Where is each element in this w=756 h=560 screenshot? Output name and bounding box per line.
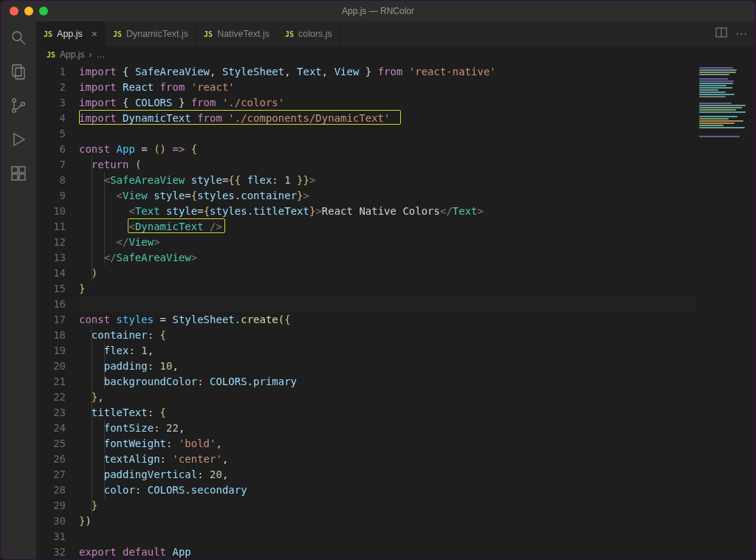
line-number: 6 <box>36 142 66 157</box>
code-line[interactable]: backgroundColor: COLORS.primary <box>79 374 696 390</box>
tab-label: App.js <box>57 29 83 39</box>
code-line[interactable]: const styles = StyleSheet.create({ <box>79 312 696 328</box>
code-line[interactable]: }, <box>79 390 696 405</box>
code-line[interactable]: <Text style={styles.titleText}>React Nat… <box>79 204 696 219</box>
line-number: 30 <box>36 514 66 529</box>
line-number: 2 <box>36 80 66 95</box>
svg-rect-8 <box>12 167 18 173</box>
line-number: 4 <box>36 111 66 126</box>
code-line[interactable]: titleText: { <box>79 405 696 421</box>
code-line[interactable]: <SafeAreaView style={{ flex: 1 }}> <box>79 173 696 188</box>
breadcrumb-chevron-icon: › <box>89 49 92 60</box>
close-tab-icon[interactable]: × <box>92 29 97 39</box>
svg-point-0 <box>13 32 21 41</box>
code-line[interactable]: textAlign: 'center', <box>79 452 696 467</box>
editor-group: JSApp.js×JSDynamicText.jsJSNativeText.js… <box>36 21 755 559</box>
code-line[interactable]: container: { <box>79 328 696 343</box>
code-line[interactable]: import { COLORS } from './colors' <box>79 95 696 111</box>
line-number: 28 <box>36 483 66 498</box>
tab-label: NativeText.js <box>217 29 269 39</box>
svg-rect-9 <box>12 174 18 180</box>
js-file-icon: JS <box>113 30 122 38</box>
code-line[interactable]: padding: 10, <box>79 359 696 374</box>
line-number: 11 <box>36 219 66 235</box>
line-number: 12 <box>36 235 66 250</box>
svg-rect-10 <box>19 174 25 180</box>
line-number: 20 <box>36 359 66 374</box>
code-line[interactable]: } <box>79 498 696 514</box>
line-number: 9 <box>36 188 66 204</box>
line-number: 27 <box>36 467 66 483</box>
tab-nativetext-js[interactable]: JSNativeText.js <box>196 21 278 46</box>
close-window-button[interactable] <box>10 7 18 15</box>
run-icon[interactable] <box>8 129 29 150</box>
svg-line-1 <box>21 40 25 44</box>
extensions-icon[interactable] <box>8 163 29 184</box>
line-number: 21 <box>36 374 66 390</box>
tab-actions: ··· <box>715 21 755 46</box>
traffic-lights <box>1 7 48 15</box>
code-line[interactable]: paddingVertical: 20, <box>79 467 696 483</box>
code-line[interactable]: import DynamicText from './components/Dy… <box>79 111 696 126</box>
minimap[interactable] <box>696 63 755 559</box>
tab-app-js[interactable]: JSApp.js× <box>36 21 106 46</box>
code-line[interactable]: fontWeight: 'bold', <box>79 436 696 452</box>
more-actions-icon[interactable]: ··· <box>736 27 748 41</box>
maximize-window-button[interactable] <box>39 7 48 15</box>
svg-marker-7 <box>14 134 24 145</box>
svg-point-4 <box>13 99 16 103</box>
source-control-icon[interactable] <box>8 95 29 116</box>
code-area[interactable]: import { SafeAreaView, StyleSheet, Text,… <box>79 63 696 559</box>
code-line[interactable] <box>79 126 696 142</box>
code-line[interactable] <box>79 297 696 312</box>
svg-rect-11 <box>19 167 25 173</box>
line-number: 18 <box>36 328 66 343</box>
code-line[interactable]: </SafeAreaView> <box>79 250 696 266</box>
line-number-gutter: 1234567891011121314151617181920212223242… <box>36 63 79 559</box>
tab-dynamictext-js[interactable]: JSDynamicText.js <box>106 21 196 46</box>
code-line[interactable]: }) <box>79 514 696 529</box>
code-line[interactable]: export default App <box>79 545 696 560</box>
code-line[interactable] <box>79 529 696 545</box>
line-number: 1 <box>36 64 66 80</box>
code-line[interactable]: } <box>79 281 696 297</box>
title-bar[interactable]: App.js — RNColor <box>1 1 755 21</box>
line-number: 31 <box>36 529 66 545</box>
vscode-window: App.js — RNColor JSApp.js×JSDynamicT <box>0 0 756 560</box>
line-number: 5 <box>36 126 66 142</box>
line-number: 29 <box>36 498 66 514</box>
code-line[interactable]: <View style={styles.container}> <box>79 188 696 204</box>
code-line[interactable]: ) <box>79 266 696 281</box>
code-line[interactable]: flex: 1, <box>79 343 696 359</box>
code-line[interactable]: </View> <box>79 235 696 250</box>
line-number: 25 <box>36 436 66 452</box>
code-line[interactable]: import { SafeAreaView, StyleSheet, Text,… <box>79 64 696 80</box>
line-number: 22 <box>36 390 66 405</box>
line-number: 3 <box>36 95 66 111</box>
code-line[interactable]: const App = () => { <box>79 142 696 157</box>
svg-rect-3 <box>16 68 24 79</box>
code-line[interactable]: import React from 'react' <box>79 80 696 95</box>
main-area: JSApp.js×JSDynamicText.jsJSNativeText.js… <box>1 21 755 559</box>
js-file-icon: JS <box>285 30 294 38</box>
tab-colors-js[interactable]: JScolors.js <box>278 21 340 46</box>
split-editor-icon[interactable] <box>715 27 727 41</box>
breadcrumb-file: App.js <box>60 49 84 60</box>
line-number: 23 <box>36 405 66 421</box>
search-icon[interactable] <box>8 27 29 48</box>
code-line[interactable]: return ( <box>79 157 696 173</box>
explorer-icon[interactable] <box>8 61 29 82</box>
line-number: 32 <box>36 545 66 560</box>
code-line[interactable]: <DynamicText /> <box>79 219 696 235</box>
minimize-window-button[interactable] <box>24 7 33 15</box>
code-line[interactable]: fontSize: 22, <box>79 421 696 436</box>
svg-point-5 <box>13 109 16 113</box>
line-number: 7 <box>36 157 66 173</box>
breadcrumb[interactable]: JS App.js › … <box>36 46 755 63</box>
window-title: App.js — RNColor <box>1 6 755 16</box>
line-number: 10 <box>36 204 66 219</box>
svg-rect-2 <box>13 65 21 76</box>
code-line[interactable]: color: COLORS.secondary <box>79 483 696 498</box>
js-file-icon: JS <box>44 30 52 38</box>
editor[interactable]: 1234567891011121314151617181920212223242… <box>36 63 755 559</box>
